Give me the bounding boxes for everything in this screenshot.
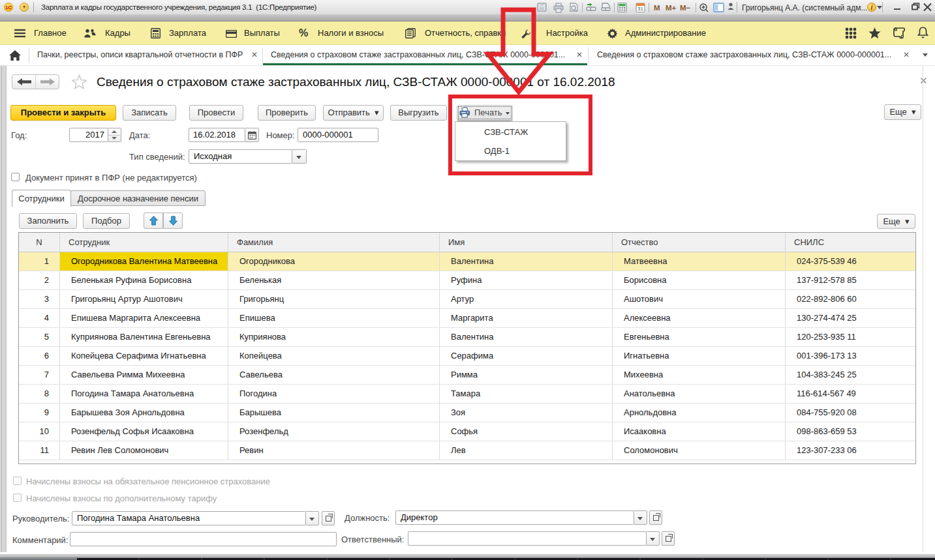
svg-text:M−: M− <box>680 4 691 12</box>
svg-text:M: M <box>654 4 660 12</box>
svg-text:31: 31 <box>637 6 643 12</box>
svg-text:M+: M+ <box>666 4 677 12</box>
